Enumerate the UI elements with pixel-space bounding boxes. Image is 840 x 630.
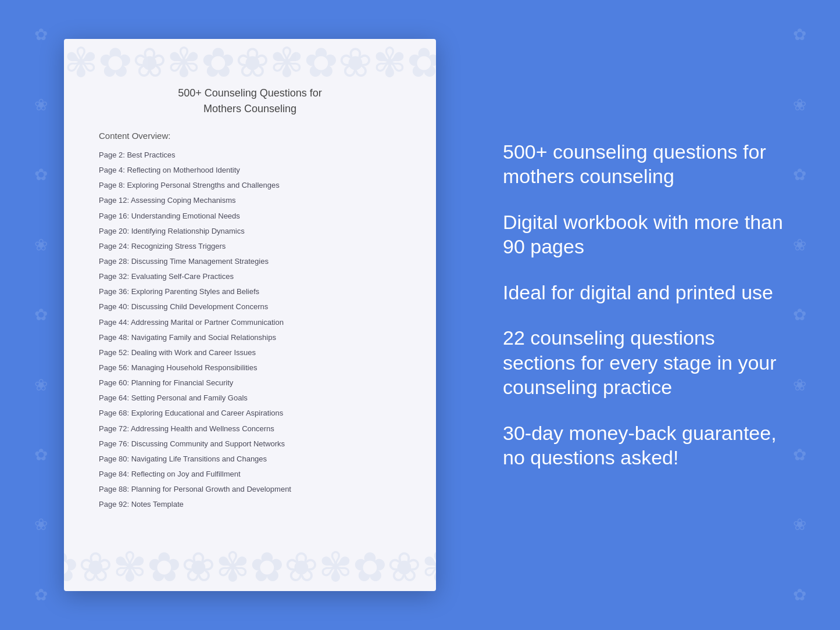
info-block: 500+ counseling questions for mothers co… — [503, 139, 788, 189]
toc-item: Page 32: Evaluating Self-Care Practices — [99, 269, 401, 284]
toc-item: Page 88: Planning for Personal Growth an… — [99, 482, 401, 497]
toc-item: Page 64: Setting Personal and Family Goa… — [99, 391, 401, 406]
info-block: Ideal for digital and printed use — [503, 280, 788, 305]
info-text: Ideal for digital and printed use — [503, 280, 788, 305]
toc-item: Page 36: Exploring Parenting Styles and … — [99, 284, 401, 299]
info-block: Digital workbook with more than 90 pages — [503, 210, 788, 259]
toc-item: Page 84: Reflecting on Joy and Fulfillme… — [99, 467, 401, 482]
document-panel: ✾✿❀✾✿❀✾✿❀✾✿❀✾✿ 500+ Counseling Questions… — [64, 39, 436, 591]
toc-item: Page 48: Navigating Family and Social Re… — [99, 330, 401, 345]
toc-item: Page 8: Exploring Personal Strengths and… — [99, 178, 401, 193]
toc-item: Page 56: Managing Household Responsibili… — [99, 360, 401, 375]
toc-item: Page 2: Best Practices — [99, 148, 401, 163]
info-text: 22 counseling questions sections for eve… — [503, 325, 788, 400]
toc-item: Page 20: Identifying Relationship Dynami… — [99, 224, 401, 239]
toc-item: Page 72: Addressing Health and Wellness … — [99, 421, 401, 436]
doc-watermark-bottom: ✾✿❀✾✿❀✾✿❀✾✿❀✾✿ — [64, 539, 436, 591]
toc-item: Page 12: Assessing Coping Mechanisms — [99, 193, 401, 208]
toc-item: Page 28: Discussing Time Management Stra… — [99, 254, 401, 269]
toc-item: Page 52: Dealing with Work and Career Is… — [99, 345, 401, 360]
info-block: 22 counseling questions sections for eve… — [503, 325, 788, 400]
toc-item: Page 80: Navigating Life Transitions and… — [99, 452, 401, 467]
table-of-contents: Page 2: Best PracticesPage 4: Reflecting… — [99, 148, 401, 512]
toc-item: Page 4: Reflecting on Motherhood Identit… — [99, 163, 401, 178]
info-text: 30-day money-back guarantee, no question… — [503, 421, 788, 470]
toc-item: Page 44: Addressing Marital or Partner C… — [99, 315, 401, 330]
toc-item: Page 92: Notes Template — [99, 497, 401, 512]
doc-watermark-top: ✾✿❀✾✿❀✾✿❀✾✿❀✾✿ — [64, 39, 436, 91]
toc-item: Page 24: Recognizing Stress Triggers — [99, 239, 401, 254]
info-block: 30-day money-back guarantee, no question… — [503, 421, 788, 470]
toc-item: Page 76: Discussing Community and Suppor… — [99, 436, 401, 452]
toc-item: Page 16: Understanding Emotional Needs — [99, 209, 401, 224]
content-overview-label: Content Overview: — [99, 131, 401, 141]
toc-item: Page 40: Discussing Child Development Co… — [99, 299, 401, 314]
toc-item: Page 60: Planning for Financial Security — [99, 375, 401, 391]
toc-item: Page 68: Exploring Educational and Caree… — [99, 406, 401, 421]
info-text: Digital workbook with more than 90 pages — [503, 210, 788, 259]
info-panel: 500+ counseling questions for mothers co… — [491, 0, 799, 630]
info-text: 500+ counseling questions for mothers co… — [503, 139, 788, 189]
